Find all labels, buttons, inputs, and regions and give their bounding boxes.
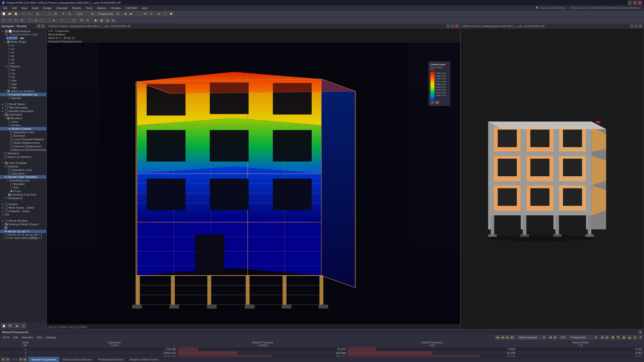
tb-btn-11[interactable]: ▶ bbox=[129, 11, 134, 16]
current-sel-radio[interactable] bbox=[8, 93, 11, 96]
left-vp-close[interactable]: ✕ bbox=[455, 24, 459, 28]
undo-button[interactable]: ↩ bbox=[21, 11, 26, 16]
mphix-radio[interactable] bbox=[8, 79, 11, 82]
nav-values-surfaces[interactable]: ▼ ✓ Values on Surfaces bbox=[0, 89, 46, 93]
mz-radio[interactable] bbox=[8, 76, 11, 78]
nav-prev[interactable]: ◀ bbox=[500, 335, 505, 339]
nav-ux[interactable]: ux bbox=[0, 43, 46, 47]
tb2-iso[interactable]: ◈ bbox=[111, 18, 116, 23]
tb2-front[interactable]: ▣ bbox=[93, 18, 98, 23]
tb2-side[interactable]: ▦ bbox=[99, 18, 104, 23]
tb2-zoom-in[interactable]: + bbox=[59, 18, 64, 23]
mphiy-radio[interactable] bbox=[8, 83, 11, 85]
tb2-btn-4[interactable]: ⊞ bbox=[19, 18, 25, 23]
nav-mphiz[interactable]: mφz bbox=[0, 86, 46, 89]
off-radio[interactable] bbox=[2, 213, 5, 216]
information-check[interactable]: ─ bbox=[5, 113, 8, 116]
nav-current-selection[interactable]: Current Selection: [u] bbox=[0, 93, 46, 96]
menu-window[interactable]: Window bbox=[109, 6, 123, 10]
nav-information[interactable]: ▼ ─ Information bbox=[0, 113, 46, 116]
nav-gray-zone[interactable]: Gray Zone bbox=[0, 172, 46, 175]
nav-section[interactable]: Section bbox=[0, 123, 46, 127]
nav-mesh-nodes-solids[interactable]: ▶ Mesh Nodes - Solids bbox=[0, 206, 46, 209]
nav-uz[interactable]: uz bbox=[0, 51, 46, 54]
tb2-surf-btn[interactable]: ⬛ bbox=[45, 18, 51, 23]
members2-check[interactable] bbox=[4, 152, 7, 155]
mx-radio[interactable] bbox=[8, 69, 11, 71]
nav-local-torsional[interactable]: Local Torsional Rotations bbox=[0, 138, 46, 141]
right-model-canvas[interactable] bbox=[461, 29, 644, 329]
nav-isobands[interactable]: Isobands bbox=[0, 165, 46, 168]
tb-btn-13[interactable]: ⊕ bbox=[142, 11, 148, 16]
redo-button[interactable]: ↪ bbox=[27, 11, 32, 16]
menu-edit[interactable]: Edit bbox=[10, 6, 19, 10]
isobands-sep-check[interactable] bbox=[8, 169, 11, 171]
nav-btn-3[interactable]: ◉ bbox=[14, 323, 20, 328]
phiy-radio[interactable] bbox=[8, 58, 11, 61]
nav-isobands-solids[interactable]: ▶ Isobands - Solids bbox=[0, 209, 46, 213]
title-check[interactable] bbox=[5, 106, 8, 109]
nav-modal-analysis[interactable]: ▼ ─ 📊 Modal Analysis bbox=[0, 29, 46, 33]
values-check[interactable]: ✓ bbox=[7, 90, 10, 93]
nav-section-colored[interactable]: Section Colored bbox=[0, 127, 46, 130]
nav-specific[interactable]: Specific bbox=[0, 96, 46, 100]
nav-freq-value[interactable]: 4 38.432 ◀ ▶ bbox=[0, 36, 46, 40]
nav-mphiy[interactable]: mφy bbox=[0, 82, 46, 86]
bottom-selection[interactable]: Selection bbox=[21, 336, 34, 339]
type-display-check[interactable]: ─ bbox=[5, 162, 8, 164]
menu-view[interactable]: View bbox=[19, 6, 29, 10]
max-uxy-radio[interactable] bbox=[4, 230, 7, 233]
isolines-check[interactable] bbox=[5, 203, 8, 206]
bottom-view[interactable]: View bbox=[35, 336, 44, 339]
tab-masses-mesh[interactable]: Masses in Mesh Points bbox=[127, 357, 161, 362]
mphiz-radio[interactable] bbox=[8, 86, 11, 89]
nav-fine[interactable]: Fine bbox=[0, 186, 46, 189]
tb2-vol-btn[interactable]: ◈ bbox=[51, 18, 57, 23]
nav-scaling[interactable]: ▼ ─ Scaling of Mode Shapes bbox=[0, 222, 46, 226]
menu-help[interactable]: Help bbox=[140, 6, 149, 10]
nav-phiz[interactable]: φz bbox=[0, 61, 46, 65]
tab-nav-prev[interactable]: ◀ bbox=[6, 357, 10, 361]
tb-btn-8[interactable]: ✦ bbox=[61, 11, 66, 16]
left-vp-max[interactable]: □ bbox=[451, 24, 454, 28]
result-sections-check[interactable] bbox=[5, 219, 8, 222]
left-vp-min[interactable]: ─ bbox=[447, 24, 450, 28]
nav-last[interactable]: ▶| bbox=[510, 335, 515, 339]
extreme-disp-check[interactable] bbox=[10, 145, 13, 148]
nav-isolines[interactable]: ▶ Isolines bbox=[0, 202, 46, 206]
nav-nodal-disp[interactable]: Nodal Displacements bbox=[0, 141, 46, 145]
nav-title-info[interactable]: ▶ Title Information bbox=[0, 106, 46, 109]
modal-check[interactable]: ─ bbox=[5, 30, 8, 33]
menu-cad-bim[interactable]: CAD-BIM bbox=[123, 6, 139, 10]
legend-btn-1[interactable]: ≡ bbox=[430, 101, 434, 104]
tb-btn-12[interactable]: ⬛ bbox=[136, 11, 142, 16]
nav-including-gray-zone[interactable]: ✓ Including Gray Zone bbox=[0, 193, 46, 196]
nav-isobands-sep-lines[interactable]: Separation Lines bbox=[0, 168, 46, 172]
lc-prev[interactable]: ◀ bbox=[548, 335, 552, 339]
bt-print[interactable]: 🖨 bbox=[633, 335, 637, 339]
nav-close-button[interactable]: ✕ bbox=[41, 24, 45, 28]
nav-members2[interactable]: Members bbox=[0, 152, 46, 155]
tb-btn-9[interactable]: ⊗ bbox=[67, 11, 72, 16]
search-box[interactable]: 🔍 Type a keyword (Alt+Q) bbox=[534, 7, 568, 9]
nav-mphix[interactable]: mφx bbox=[0, 79, 46, 82]
solid-btn[interactable]: ⬢ bbox=[168, 11, 174, 16]
scaling-check[interactable]: ─ bbox=[5, 223, 8, 226]
freq-next[interactable]: ▶ bbox=[605, 335, 609, 339]
nav-mx[interactable]: mx bbox=[0, 68, 46, 72]
tb2-pan[interactable]: ✥ bbox=[79, 18, 84, 23]
analysis-dropdown[interactable]: Modal Analysis bbox=[516, 335, 546, 340]
tb2-select-btn[interactable]: ⬚ bbox=[27, 18, 32, 23]
bt-lock[interactable]: 🔒 bbox=[611, 335, 615, 339]
bt-export[interactable]: 📤 bbox=[627, 335, 631, 339]
tb-btn-6[interactable]: ◻ bbox=[47, 11, 52, 16]
my-radio[interactable] bbox=[8, 72, 11, 75]
open-button[interactable]: 📂 bbox=[7, 11, 13, 16]
including-gray-check[interactable]: ✓ bbox=[8, 193, 11, 196]
nav-masses[interactable]: ▼ Masses bbox=[0, 65, 46, 68]
frequencies-dropdown[interactable]: Frequencies bbox=[95, 11, 120, 16]
nav-phix[interactable]: φx bbox=[0, 54, 46, 58]
finest-radio[interactable] bbox=[10, 190, 13, 192]
menu-tools[interactable]: Tools bbox=[84, 6, 94, 10]
lc-next[interactable]: ▶ bbox=[553, 335, 557, 339]
